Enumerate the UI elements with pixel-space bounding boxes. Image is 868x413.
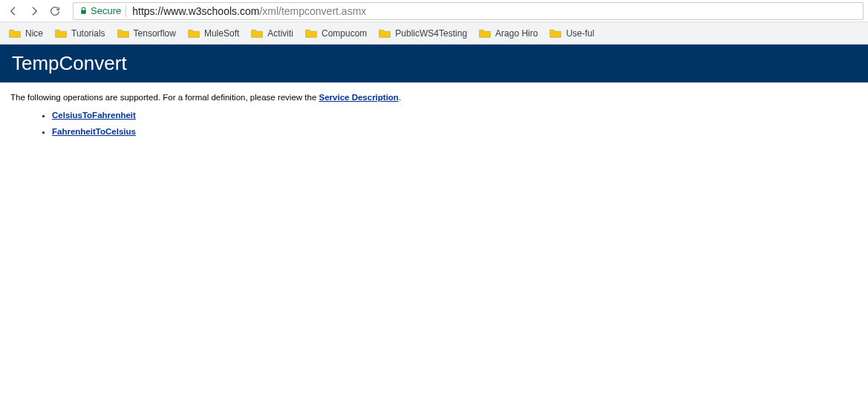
intro-prefix: The following operations are supported. … [10,93,319,102]
bookmark-item[interactable]: Tensorflow [117,28,176,39]
forward-button[interactable] [25,2,43,20]
folder-icon [9,28,21,39]
bookmark-item[interactable]: Nice [9,28,43,39]
page-header: TempConvert [0,45,868,82]
secure-label: Secure [91,5,121,16]
bookmark-item[interactable]: Arago Hiro [479,28,538,39]
bookmark-item[interactable]: Activiti [251,28,293,39]
intro-text: The following operations are supported. … [10,93,858,102]
bookmark-label: Tensorflow [134,28,176,39]
divider [125,5,126,17]
bookmark-item[interactable]: Use-ful [549,28,594,39]
intro-suffix: . [399,93,401,102]
reload-button[interactable] [46,2,64,20]
address-bar[interactable]: Secure https://www.w3schools.com/xml/tem… [73,2,864,20]
arrow-left-icon [7,5,19,17]
bookmark-item[interactable]: MuleSoft [188,28,239,39]
list-item: CelsiusToFahrenheit [52,111,858,120]
operations-list: CelsiusToFahrenheit FahrenheitToCelsius [10,111,858,136]
arrow-right-icon [28,5,40,17]
folder-icon [379,28,391,39]
bookmark-item[interactable]: Compucom [305,28,367,39]
bookmark-label: Compucom [322,28,367,39]
url-text: https://www.w3schools.com/xml/tempconver… [132,5,366,17]
folder-icon [251,28,263,39]
operation-link-celsius-to-fahrenheit[interactable]: CelsiusToFahrenheit [52,111,136,120]
page-title: TempConvert [12,52,856,75]
url-origin: https://www.w3schools.com [132,5,259,17]
folder-icon [188,28,200,39]
content: The following operations are supported. … [0,82,868,154]
bookmark-label: MuleSoft [204,28,239,39]
lock-icon [79,7,88,15]
bookmark-label: Arago Hiro [495,28,538,39]
folder-icon [117,28,129,39]
bookmark-item[interactable]: Tutorials [55,28,105,39]
reload-icon [49,5,61,17]
folder-icon [479,28,491,39]
folder-icon [55,28,67,39]
operation-link-fahrenheit-to-celsius[interactable]: FahrenheitToCelsius [52,127,136,136]
bookmark-label: Use-ful [566,28,594,39]
bookmarks-bar: Nice Tutorials Tensorflow MuleSoft Activ… [0,22,868,45]
bookmark-item[interactable]: PublicWS4Testing [379,28,467,39]
url-path: /xml/tempconvert.asmx [259,5,366,17]
folder-icon [305,28,317,39]
bookmark-label: PublicWS4Testing [395,28,467,39]
bookmark-label: Nice [25,28,43,39]
list-item: FahrenheitToCelsius [52,127,858,136]
back-button[interactable] [4,2,22,20]
bookmark-label: Tutorials [71,28,105,39]
bookmark-label: Activiti [267,28,293,39]
service-description-link[interactable]: Service Description [319,93,399,102]
folder-icon [549,28,561,39]
browser-toolbar: Secure https://www.w3schools.com/xml/tem… [0,0,868,22]
